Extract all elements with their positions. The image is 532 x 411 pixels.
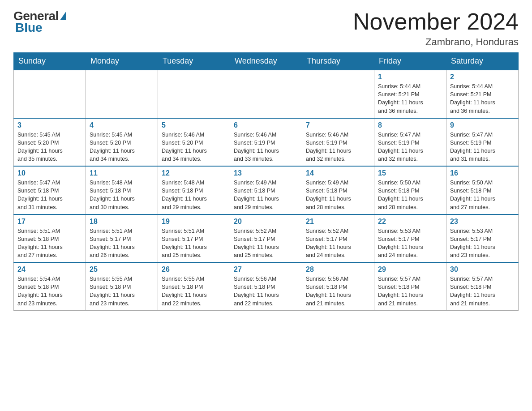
day-number: 12 [162, 169, 226, 177]
day-number: 17 [17, 218, 82, 226]
day-info: Sunrise: 5:47 AMSunset: 5:19 PMDaylight:… [378, 131, 442, 163]
week-row-4: 24Sunrise: 5:54 AMSunset: 5:18 PMDayligh… [14, 262, 519, 310]
calendar-cell: 22Sunrise: 5:53 AMSunset: 5:17 PMDayligh… [374, 214, 446, 263]
calendar-cell: 7Sunrise: 5:46 AMSunset: 5:19 PMDaylight… [302, 118, 374, 167]
day-number: 13 [234, 169, 298, 177]
calendar-cell: 10Sunrise: 5:47 AMSunset: 5:18 PMDayligh… [14, 166, 86, 214]
day-info: Sunrise: 5:48 AMSunset: 5:18 PMDaylight:… [90, 179, 154, 211]
day-number: 19 [162, 218, 226, 226]
day-number: 16 [450, 169, 515, 177]
calendar-cell: 18Sunrise: 5:51 AMSunset: 5:17 PMDayligh… [86, 214, 158, 263]
day-number: 25 [90, 265, 154, 274]
day-info: Sunrise: 5:46 AMSunset: 5:19 PMDaylight:… [234, 131, 298, 163]
calendar-cell: 20Sunrise: 5:52 AMSunset: 5:17 PMDayligh… [230, 214, 302, 263]
header-saturday: Saturday [446, 53, 519, 70]
day-info: Sunrise: 5:57 AMSunset: 5:18 PMDaylight:… [378, 275, 442, 308]
day-info: Sunrise: 5:51 AMSunset: 5:17 PMDaylight:… [162, 227, 226, 260]
calendar-cell: 28Sunrise: 5:56 AMSunset: 5:18 PMDayligh… [302, 262, 374, 310]
day-info: Sunrise: 5:47 AMSunset: 5:18 PMDaylight:… [17, 179, 82, 211]
day-number: 27 [234, 265, 298, 274]
calendar-cell: 23Sunrise: 5:53 AMSunset: 5:17 PMDayligh… [446, 214, 519, 263]
day-info: Sunrise: 5:56 AMSunset: 5:18 PMDaylight:… [306, 275, 370, 308]
day-number: 6 [234, 121, 298, 129]
calendar-cell: 12Sunrise: 5:48 AMSunset: 5:18 PMDayligh… [158, 166, 230, 214]
day-info: Sunrise: 5:54 AMSunset: 5:18 PMDaylight:… [17, 275, 82, 308]
calendar-cell [14, 70, 86, 118]
day-info: Sunrise: 5:56 AMSunset: 5:18 PMDaylight:… [234, 275, 298, 308]
header-sunday: Sunday [14, 53, 86, 70]
day-number: 11 [90, 169, 154, 177]
calendar-table: Sunday Monday Tuesday Wednesday Thursday… [13, 52, 519, 311]
calendar-cell: 25Sunrise: 5:55 AMSunset: 5:18 PMDayligh… [86, 262, 158, 310]
calendar-cell: 30Sunrise: 5:57 AMSunset: 5:18 PMDayligh… [446, 262, 519, 310]
day-info: Sunrise: 5:50 AMSunset: 5:18 PMDaylight:… [378, 179, 442, 211]
day-info: Sunrise: 5:52 AMSunset: 5:17 PMDaylight:… [306, 227, 370, 260]
calendar-cell: 14Sunrise: 5:49 AMSunset: 5:18 PMDayligh… [302, 166, 374, 214]
day-number: 24 [17, 265, 82, 274]
day-info: Sunrise: 5:48 AMSunset: 5:18 PMDaylight:… [162, 179, 226, 211]
header-friday: Friday [374, 53, 446, 70]
day-number: 22 [378, 218, 442, 226]
calendar-cell: 13Sunrise: 5:49 AMSunset: 5:18 PMDayligh… [230, 166, 302, 214]
day-info: Sunrise: 5:46 AMSunset: 5:20 PMDaylight:… [162, 131, 226, 163]
calendar-cell: 6Sunrise: 5:46 AMSunset: 5:19 PMDaylight… [230, 118, 302, 167]
day-number: 23 [450, 218, 515, 226]
calendar-cell: 26Sunrise: 5:55 AMSunset: 5:18 PMDayligh… [158, 262, 230, 310]
calendar-cell: 19Sunrise: 5:51 AMSunset: 5:17 PMDayligh… [158, 214, 230, 263]
day-info: Sunrise: 5:57 AMSunset: 5:18 PMDaylight:… [450, 275, 515, 308]
calendar-cell [158, 70, 230, 118]
calendar-cell: 11Sunrise: 5:48 AMSunset: 5:18 PMDayligh… [86, 166, 158, 214]
week-row-0: 1Sunrise: 5:44 AMSunset: 5:21 PMDaylight… [14, 70, 519, 118]
calendar-cell: 3Sunrise: 5:45 AMSunset: 5:20 PMDaylight… [14, 118, 86, 167]
calendar-cell: 2Sunrise: 5:44 AMSunset: 5:21 PMDaylight… [446, 70, 519, 118]
calendar-cell: 9Sunrise: 5:47 AMSunset: 5:19 PMDaylight… [446, 118, 519, 167]
calendar-cell [86, 70, 158, 118]
header-wednesday: Wednesday [230, 53, 302, 70]
calendar-cell [302, 70, 374, 118]
day-number: 2 [450, 73, 515, 81]
week-row-1: 3Sunrise: 5:45 AMSunset: 5:20 PMDaylight… [14, 118, 519, 167]
day-number: 8 [378, 121, 442, 129]
day-info: Sunrise: 5:53 AMSunset: 5:17 PMDaylight:… [450, 227, 515, 260]
calendar-cell: 27Sunrise: 5:56 AMSunset: 5:18 PMDayligh… [230, 262, 302, 310]
day-number: 7 [306, 121, 370, 129]
day-number: 28 [306, 265, 370, 274]
day-info: Sunrise: 5:44 AMSunset: 5:21 PMDaylight:… [450, 82, 515, 115]
day-info: Sunrise: 5:45 AMSunset: 5:20 PMDaylight:… [90, 131, 154, 163]
day-number: 9 [450, 121, 515, 129]
day-number: 1 [378, 73, 442, 81]
calendar-cell [230, 70, 302, 118]
calendar-cell: 8Sunrise: 5:47 AMSunset: 5:19 PMDaylight… [374, 118, 446, 167]
calendar-cell: 5Sunrise: 5:46 AMSunset: 5:20 PMDaylight… [158, 118, 230, 167]
calendar-cell: 24Sunrise: 5:54 AMSunset: 5:18 PMDayligh… [14, 262, 86, 310]
header-thursday: Thursday [302, 53, 374, 70]
day-info: Sunrise: 5:45 AMSunset: 5:20 PMDaylight:… [17, 131, 82, 163]
day-number: 26 [162, 265, 226, 274]
day-number: 20 [234, 218, 298, 226]
day-info: Sunrise: 5:51 AMSunset: 5:17 PMDaylight:… [90, 227, 154, 260]
calendar-cell: 17Sunrise: 5:51 AMSunset: 5:18 PMDayligh… [14, 214, 86, 263]
day-number: 18 [90, 218, 154, 226]
day-number: 14 [306, 169, 370, 177]
page-header: General Blue November 2024 Zambrano, Hon… [13, 9, 519, 48]
day-info: Sunrise: 5:55 AMSunset: 5:18 PMDaylight:… [90, 275, 154, 308]
day-number: 10 [17, 169, 82, 177]
day-number: 4 [90, 121, 154, 129]
day-info: Sunrise: 5:55 AMSunset: 5:18 PMDaylight:… [162, 275, 226, 308]
day-number: 21 [306, 218, 370, 226]
day-info: Sunrise: 5:46 AMSunset: 5:19 PMDaylight:… [306, 131, 370, 163]
day-number: 15 [378, 169, 442, 177]
logo-blue-text: Blue [13, 21, 43, 35]
day-info: Sunrise: 5:51 AMSunset: 5:18 PMDaylight:… [17, 227, 82, 260]
day-info: Sunrise: 5:49 AMSunset: 5:18 PMDaylight:… [234, 179, 298, 211]
week-row-3: 17Sunrise: 5:51 AMSunset: 5:18 PMDayligh… [14, 214, 519, 263]
day-number: 5 [162, 121, 226, 129]
location-subtitle: Zambrano, Honduras [353, 36, 519, 48]
day-info: Sunrise: 5:50 AMSunset: 5:18 PMDaylight:… [450, 179, 515, 211]
day-number: 29 [378, 265, 442, 274]
week-row-2: 10Sunrise: 5:47 AMSunset: 5:18 PMDayligh… [14, 166, 519, 214]
calendar-cell: 16Sunrise: 5:50 AMSunset: 5:18 PMDayligh… [446, 166, 519, 214]
logo: General Blue [13, 9, 66, 35]
calendar-cell: 29Sunrise: 5:57 AMSunset: 5:18 PMDayligh… [374, 262, 446, 310]
day-info: Sunrise: 5:52 AMSunset: 5:17 PMDaylight:… [234, 227, 298, 260]
